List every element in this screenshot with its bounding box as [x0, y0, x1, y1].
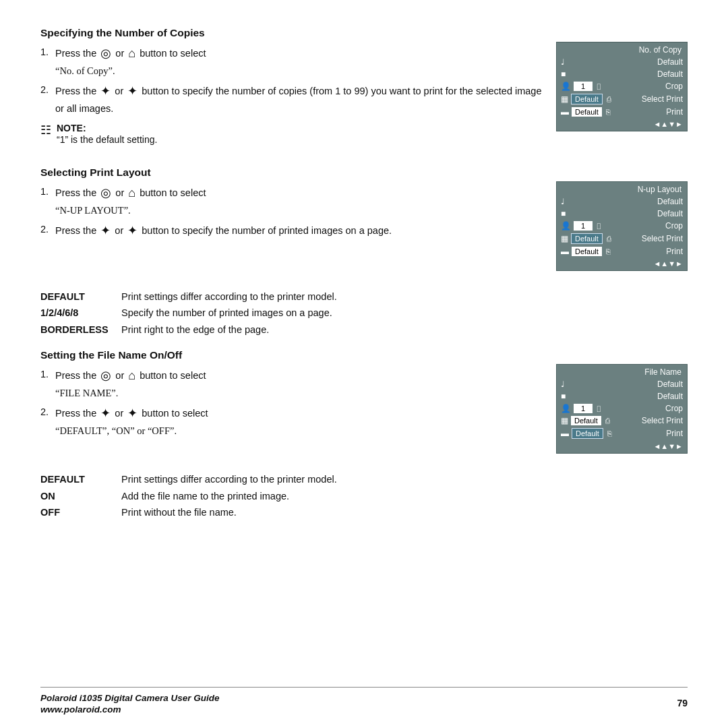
panel3-icon-1: ♩ [561, 380, 565, 389]
section-filename: Setting the File Name On/Off 1. Press th… [40, 349, 688, 454]
section-layout: Selecting Print Layout 1. Press the ◎ or… [40, 166, 688, 271]
panel-col-1: No. of Copy ♩ Default ■ Default 👤 [556, 27, 688, 131]
step-2-2-num: 2. [40, 222, 55, 241]
ui-panel-layout: N-up Layout ♩ Default ■ Default 👤 [556, 181, 688, 271]
ok-button-icon-3-1: ✦ [100, 404, 111, 423]
footer-page-number: 79 [677, 698, 688, 708]
panel1-crop-icon: ⌷ [597, 82, 601, 90]
section-layout-title: Selecting Print Layout [40, 166, 543, 179]
ui-row-copies-1: ♩ Default [557, 56, 687, 68]
step-2-1-num: 1. [40, 184, 55, 218]
panel1-right-5: Print [666, 107, 683, 117]
panel2-right-5: Print [666, 247, 683, 256]
panel2-right-2: Default [657, 209, 683, 218]
ui-row-layout-5: ▬ Default ⎘ Print [557, 245, 687, 257]
def-row-layout-1: DEFAULT Print settings differ according … [40, 290, 688, 305]
panel3-right-4: Select Print [642, 416, 683, 425]
panel1-value-5: Default [572, 107, 602, 117]
up-button-icon: ◎ [100, 44, 111, 63]
def-row-filename-1: DEFAULT Print settings differ according … [40, 473, 688, 487]
panel2-right-1: Default [657, 197, 683, 206]
panel2-right-4: Select Print [642, 234, 683, 243]
def-block-layout: DEFAULT Print settings differ according … [40, 290, 688, 340]
panel3-value-5: Default [572, 428, 603, 439]
mode-button-icon-3: ⌂ [128, 367, 135, 386]
step-1-2-content: Press the ✦ or ✦ button to specify the n… [55, 82, 543, 116]
ui-row-copies-4: ▦ Default ⎙ Select Print [557, 92, 687, 106]
panel2-crop-icon: ⌷ [597, 222, 601, 230]
panel3-right-2: Default [657, 392, 683, 401]
step-2-2: 2. Press the ✦ or ✦ button to specify th… [40, 222, 543, 241]
ok-button-icon-2: ✦ [127, 82, 138, 101]
panel-col-3: File Name ♩ Default ■ Default 👤 [556, 349, 688, 454]
ok-button-icon-3-2: ✦ [127, 404, 138, 423]
ui-row-filename-3: 👤 1 ⌷ Crop [557, 402, 687, 415]
ui-row-filename-1: ♩ Default [557, 378, 687, 390]
ui-row-copies-3: 👤 1 ⌷ Crop [557, 80, 687, 92]
note-icon-1: ☷ [40, 123, 51, 138]
section-copies-text: Specifying the Number of Copies 1. Press… [40, 27, 556, 154]
ui-row-layout-2: ■ Default [557, 208, 687, 220]
ui-panel-layout-title: N-up Layout [557, 182, 687, 195]
ui-row-copies-5: ▬ Default ⎘ Print [557, 106, 687, 118]
panel2-value-3: 1 [574, 221, 593, 231]
ui-row-layout-4: ▦ Default ⎙ Select Print [557, 232, 687, 245]
note-block-1: ☷ NOTE: “1” is the default setting. [40, 122, 543, 145]
panel3-icon-2: ■ [561, 392, 566, 401]
panel1-icon-4: ▦ [561, 94, 568, 104]
step-3-2-num: 2. [40, 404, 55, 438]
step-2-1-content: Press the ◎ or ⌂ button to select “N-UP … [55, 184, 543, 218]
step-1-1-num: 1. [40, 44, 55, 78]
ui-row-copies-2: ■ Default [557, 68, 687, 80]
ui-panel-layout-nav: ◄▲▼► [557, 257, 687, 270]
ui-row-filename-5: ▬ Default ⎘ Print [557, 427, 687, 440]
panel3-right-5: Print [666, 429, 683, 438]
panel1-icon-2: ■ [561, 69, 566, 79]
section-copies-title: Specifying the Number of Copies [40, 27, 543, 39]
panel3-icon-3: 👤 [561, 404, 571, 413]
panel1-icon-3: 👤 [561, 82, 571, 91]
step-3-2: 2. Press the ✦ or ✦ button to select “DE… [40, 404, 543, 438]
step-3-1-num: 1. [40, 367, 55, 400]
panel2-icon-1: ♩ [561, 197, 565, 206]
section-filename-title: Setting the File Name On/Off [40, 349, 543, 361]
ui-panel-copies: No. of Copy ♩ Default ■ Default 👤 [556, 42, 688, 131]
ui-row-filename-4: ▦ Default ⎙ Select Print [557, 415, 687, 427]
ui-panel-copies-nav: ◄▲▼► [557, 118, 687, 131]
ui-row-layout-1: ♩ Default [557, 195, 687, 208]
footer-title: Polaroid i1035 Digital Camera User Guide [40, 693, 220, 703]
panel2-value-5: Default [572, 247, 602, 256]
def-block-filename: DEFAULT Print settings differ according … [40, 473, 688, 522]
panel2-icon-2: ■ [561, 209, 566, 218]
step-1-2: 2. Press the ✦ or ✦ button to specify th… [40, 82, 543, 116]
panel2-print-icon: ⎙ [607, 235, 611, 243]
panel1-icon-1: ♩ [561, 57, 565, 67]
ui-row-layout-3: 👤 1 ⌷ Crop [557, 220, 687, 232]
def-row-layout-2: 1/2/4/6/8 Specify the number of printed … [40, 306, 688, 321]
step-3-1: 1. Press the ◎ or ⌂ button to select “FI… [40, 367, 543, 400]
panel2-icon-3: 👤 [561, 221, 571, 231]
panel2-icon-4: ▦ [561, 234, 568, 243]
up-button-icon-2: ◎ [100, 184, 111, 203]
step-1-2-num: 2. [40, 82, 55, 116]
step-2-2-content: Press the ✦ or ✦ button to specify the n… [55, 222, 543, 241]
panel2-icon-5b: ⎘ [606, 247, 611, 255]
page: Specifying the Number of Copies 1. Press… [0, 0, 728, 728]
ui-row-filename-2: ■ Default [557, 390, 687, 402]
footer-website: www.polaroid.com [40, 704, 121, 715]
ui-panel-filename: File Name ♩ Default ■ Default 👤 [556, 364, 688, 454]
step-3-2-content: Press the ✦ or ✦ button to select “DEFAU… [55, 404, 543, 438]
def-row-layout-3: BORDERLESS Print right to the edge of th… [40, 323, 688, 338]
panel1-right-3: Crop [665, 82, 683, 91]
panel3-crop-icon: ⌷ [597, 404, 601, 413]
panel1-icon-5b: ⎘ [606, 108, 611, 116]
step-1-1-content: Press the ◎ or ⌂ button to select “No. o… [55, 44, 543, 78]
panel2-icon-5: ▬ [561, 247, 569, 256]
ui-panel-copies-title: No. of Copy [557, 42, 687, 56]
panel1-right-2: Default [657, 69, 683, 79]
panel2-right-3: Crop [665, 221, 683, 231]
def-row-filename-2: ON Add the file name to the printed imag… [40, 489, 688, 504]
note-content-1: NOTE: “1” is the default setting. [57, 122, 157, 145]
panel1-right-1: Default [657, 57, 683, 67]
ok-button-icon-2-2: ✦ [127, 222, 138, 241]
